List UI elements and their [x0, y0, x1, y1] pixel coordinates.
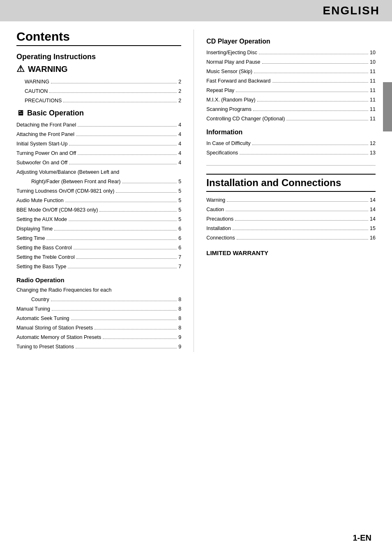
toc-dots [51, 78, 177, 83]
toc-dots [259, 49, 368, 54]
list-item: BBE Mode On/Off (CDM-9823 only) 5 [16, 206, 181, 214]
toc-label: Subwoofer On and Off [16, 159, 67, 167]
toc-page: 11 [370, 67, 376, 76]
toc-label: Changing the Radio Frequencies for each [16, 286, 111, 294]
information-items-list: In Case of Difficulty 12 Specifications … [206, 139, 376, 157]
toc-dots [226, 206, 368, 211]
toc-dots [113, 287, 180, 292]
toc-page: 2 [178, 97, 181, 105]
toc-page: 11 [370, 105, 376, 113]
toc-page: 4 [178, 159, 181, 167]
toc-label: Connections [206, 234, 235, 242]
toc-label: Precautions [206, 215, 233, 223]
toc-page: 11 [370, 77, 376, 85]
operating-instructions-heading: Operating Instructions [16, 53, 181, 61]
toc-label: Music Sensor (Skip) [206, 67, 252, 76]
toc-dots [68, 263, 177, 268]
toc-label: Repeat Play [206, 86, 234, 94]
toc-page: 5 [178, 177, 181, 186]
toc-dots [272, 78, 369, 83]
toc-page: 14 [370, 205, 376, 214]
toc-dots [49, 88, 177, 93]
toc-dots [65, 197, 177, 202]
warning-label: WARNING [28, 64, 68, 74]
list-item: Initial System Start-Up 4 [16, 140, 181, 148]
list-item: Repeat Play 11 [206, 86, 376, 94]
toc-dots [46, 235, 177, 240]
warning-items: WARNING 2 CAUTION 2 PRECAUTIONS 2 [25, 78, 181, 105]
toc-dots [253, 106, 368, 111]
toc-page: 12 [370, 139, 376, 147]
toc-label: WARNING [25, 78, 49, 86]
list-item: Turning Loudness On/Off (CDM-9821 only) … [16, 187, 181, 195]
toc-dots [286, 115, 368, 120]
toc-dots [237, 235, 368, 240]
toc-dots [235, 216, 368, 221]
toc-row-warning: WARNING 2 [25, 78, 181, 86]
toc-dots [63, 97, 177, 102]
list-item: Automatic Memory of Station Presets 9 [16, 333, 181, 341]
toc-dots [95, 325, 177, 329]
toc-label: PRECAUTIONS [25, 97, 62, 105]
side-tab [383, 82, 392, 131]
toc-label: Manual Tuning [16, 305, 50, 313]
toc-dots [233, 225, 368, 230]
toc-dots [74, 244, 177, 249]
toc-dots [78, 122, 177, 127]
list-item: Detaching the Front Panel 4 [16, 121, 181, 129]
toc-label: Automatic Memory of Station Presets [16, 333, 101, 341]
list-item: Automatic Seek Tuning 8 [16, 314, 181, 322]
divider [206, 165, 376, 166]
toc-page: 8 [178, 324, 181, 332]
list-item: Displaying Time 6 [16, 225, 181, 233]
list-item: Manual Storing of Station Presets 8 [16, 324, 181, 332]
left-column: Contents Operating Instructions ⚠ WARNIN… [16, 30, 194, 352]
toc-page: 4 [178, 130, 181, 138]
list-item: Country 8 [16, 295, 181, 304]
toc-dots [76, 343, 177, 348]
toc-page: 7 [178, 263, 181, 271]
toc-page: 11 [370, 115, 376, 123]
toc-label: Scanning Programs [206, 105, 251, 113]
list-item: Setting the Bass Control 6 [16, 244, 181, 252]
list-item: Audio Mute Function 5 [16, 196, 181, 205]
toc-dots [236, 87, 368, 92]
list-item: Attaching the Front Panel 4 [16, 130, 181, 138]
radio-operation-heading: Radio Operation [16, 276, 181, 283]
toc-dots [69, 159, 177, 164]
toc-page: 8 [178, 305, 181, 313]
toc-page: 10 [370, 58, 376, 66]
toc-label: Normal Play and Pause [206, 58, 260, 66]
list-item: Setting the Bass Type 7 [16, 263, 181, 271]
basic-op-icon: 🖥 [16, 109, 24, 117]
toc-dots [116, 188, 177, 193]
toc-row-caution: CAUTION 2 [25, 87, 181, 95]
toc-dots [99, 207, 177, 212]
toc-dots [122, 178, 177, 183]
list-item: Setting Time 6 [16, 234, 181, 242]
toc-dots [257, 97, 368, 101]
basic-items-list: Detaching the Front Panel 4 Attaching th… [16, 121, 181, 271]
toc-dots [254, 68, 368, 73]
toc-row-precautions: PRECAUTIONS 2 [25, 97, 181, 105]
list-item: Warning 14 [206, 196, 376, 204]
toc-page: 11 [370, 86, 376, 94]
toc-page: 5 [178, 187, 181, 195]
toc-page: 14 [370, 215, 376, 223]
list-item: Normal Play and Pause 10 [206, 58, 376, 66]
toc-page: 6 [178, 244, 181, 252]
list-item: Music Sensor (Skip) 11 [206, 67, 376, 76]
toc-page: 2 [178, 87, 181, 95]
toc-dots [262, 59, 369, 64]
toc-dots [51, 296, 177, 301]
list-item: Changing the Radio Frequencies for each [16, 286, 181, 294]
basic-op-label: Basic Operation [27, 109, 84, 117]
toc-page: 13 [370, 149, 376, 157]
toc-label: In Case of Difficulty [206, 139, 250, 147]
toc-dots [69, 216, 177, 221]
basic-operation-heading: 🖥 Basic Operation [16, 109, 181, 117]
cd-items-list: Inserting/Ejecting Disc 10 Normal Play a… [206, 48, 376, 123]
toc-label: Detaching the Front Panel [16, 121, 76, 129]
toc-label: Automatic Seek Tuning [16, 314, 69, 322]
right-column: CD Player Operation Inserting/Ejecting D… [194, 30, 376, 352]
